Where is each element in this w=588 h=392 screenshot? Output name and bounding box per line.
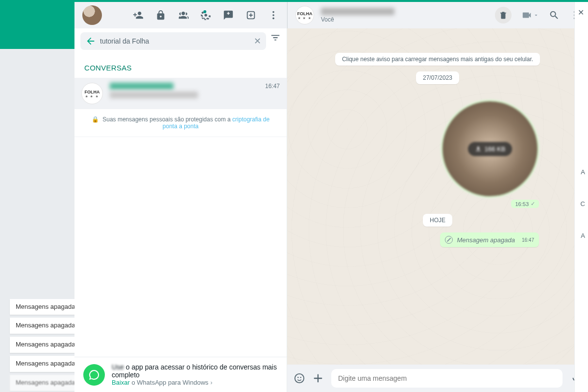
chat-header-avatar[interactable]: FOLHA★ ★ ★ xyxy=(295,6,314,24)
search-row: ✕ xyxy=(74,28,287,54)
left-rail: Mensagens apagadas restauradas Mensagens… xyxy=(0,2,74,392)
svg-point-3 xyxy=(272,14,274,16)
chat-preview-blurred xyxy=(110,92,198,98)
chat-header-sub: Você xyxy=(321,16,488,23)
new-chat-icon[interactable] xyxy=(223,10,234,21)
video-call-icon[interactable] xyxy=(521,10,539,21)
svg-point-0 xyxy=(204,14,207,17)
left-rail-brand xyxy=(0,2,74,49)
search-chat-icon[interactable] xyxy=(549,10,560,21)
chat-list-item[interactable]: FOLHA★ ★ ★ 16:47 xyxy=(74,78,287,109)
message-input-field[interactable] xyxy=(331,369,563,388)
banner-sub: Baixar o WhatsApp para Windows› xyxy=(112,379,278,386)
filter-icon[interactable] xyxy=(270,32,281,43)
svg-point-10 xyxy=(300,377,301,378)
media-message[interactable]: 166 KB 16:53✓ xyxy=(441,100,539,208)
chat-input-bar xyxy=(287,365,588,392)
search-input-box[interactable]: ✕ xyxy=(80,32,266,50)
message-meta: 16:53✓ xyxy=(511,200,539,208)
side-drawer-edge: ✕ A C A xyxy=(574,2,588,392)
communities-icon[interactable] xyxy=(178,10,189,21)
channels-icon[interactable] xyxy=(245,10,256,21)
chat-body: Clique neste aviso para carregar mensage… xyxy=(287,28,588,365)
lock-small-icon: 🔒 xyxy=(92,116,99,123)
chat-header: FOLHA★ ★ ★ Você xyxy=(287,2,588,28)
date-pill: 27/07/2023 xyxy=(416,71,459,84)
close-icon[interactable]: ✕ xyxy=(578,8,584,17)
load-more-pill[interactable]: Clique neste aviso para carregar mensage… xyxy=(335,53,540,66)
message-input[interactable] xyxy=(338,374,556,382)
svg-point-4 xyxy=(272,18,274,20)
emoji-icon[interactable] xyxy=(294,373,305,384)
svg-point-8 xyxy=(295,374,304,383)
download-badge[interactable]: 166 KB xyxy=(468,142,513,156)
chat-list-panel: ✕ CONVERSAS FOLHA★ ★ ★ 16:47 🔒 Suas mens… xyxy=(74,2,287,392)
chat-header-title-blurred xyxy=(321,8,394,15)
section-label: CONVERSAS xyxy=(74,54,287,78)
encryption-notice: 🔒 Suas mensagens pessoais são protegidas… xyxy=(74,109,287,137)
svg-point-2 xyxy=(272,11,274,13)
lock-icon[interactable] xyxy=(155,10,166,21)
prohibited-icon xyxy=(445,236,453,244)
profile-avatar[interactable] xyxy=(82,5,102,25)
menu-icon[interactable] xyxy=(268,10,279,21)
date-pill: HOJE xyxy=(423,214,452,227)
clear-search-icon[interactable]: ✕ xyxy=(254,36,261,46)
status-icon[interactable] xyxy=(200,10,211,21)
chat-panel: FOLHA★ ★ ★ Você Clique neste aviso para … xyxy=(287,2,588,392)
chat-title-blurred xyxy=(110,83,173,90)
svg-point-9 xyxy=(297,377,298,378)
panel-header xyxy=(74,2,287,28)
deleted-message: Mensagem apagada 16:47 xyxy=(440,232,539,247)
banner-title: Use o app para acessar o histórico de co… xyxy=(112,363,278,379)
attach-icon[interactable] xyxy=(313,373,323,384)
desktop-app-banner[interactable]: Use o app para acessar o histórico de co… xyxy=(74,357,287,392)
arrow-back-icon[interactable] xyxy=(85,36,96,46)
whatsapp-icon xyxy=(83,364,105,386)
chat-avatar: FOLHA★ ★ ★ xyxy=(81,83,103,104)
new-contact-icon[interactable] xyxy=(133,10,144,21)
chat-time: 16:47 xyxy=(265,83,280,104)
search-input[interactable] xyxy=(96,37,254,45)
delete-icon[interactable] xyxy=(495,7,512,23)
